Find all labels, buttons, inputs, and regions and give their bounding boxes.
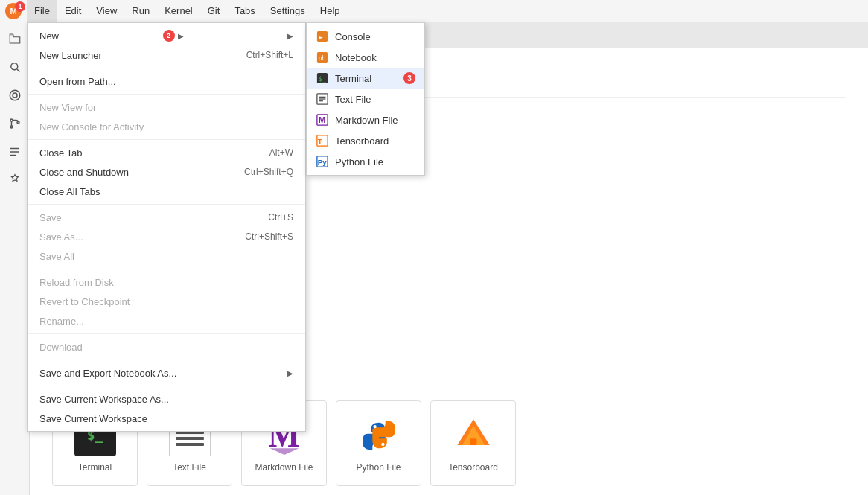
submenu-terminal[interactable]: $_ Terminal 3 (307, 68, 424, 89)
download-label: Download (39, 342, 83, 353)
submenu-markdown[interactable]: M Markdown File (307, 109, 424, 130)
svg-point-19 (10, 119, 13, 121)
menu-save-workspace-as[interactable]: Save Current Workspace As... (28, 389, 305, 409)
menu-close-shutdown[interactable]: Close and Shutdown Ctrl+Shift+Q (28, 162, 305, 182)
close-shutdown-shortcut: Ctrl+Shift+Q (244, 167, 293, 177)
save-as-shortcut: Ctrl+Shift+S (245, 231, 293, 242)
terminal-icon: $_ (316, 71, 329, 85)
sidebar-item-toc[interactable] (1, 138, 28, 165)
save-shortcut: Ctrl+S (268, 212, 293, 223)
save-workspace-as-label: Save Current Workspace As... (39, 394, 169, 405)
close-shutdown-label: Close and Shutdown (39, 167, 129, 178)
menu-help[interactable]: Help (313, 0, 348, 22)
svg-text:nb: nb (319, 55, 326, 62)
menu-new-launcher[interactable]: New Launcher Ctrl+Shift+L (28, 45, 305, 65)
submenu-console-label: Console (335, 31, 371, 42)
notebook-icon: nb (316, 51, 329, 64)
new-launcher-shortcut: Ctrl+Shift+L (246, 50, 293, 60)
svg-rect-30 (470, 438, 476, 445)
menu-close-all[interactable]: Close All Tabs (28, 182, 305, 201)
close-all-label: Close All Tabs (39, 186, 100, 197)
submenu-console[interactable]: ► Console (307, 26, 424, 47)
submenu-tensorboard-label: Tensorboard (335, 135, 389, 147)
python-file-card-icon (358, 415, 400, 456)
sidebar-item-filebrowser[interactable] (1, 25, 28, 52)
menu-revert: Revert to Checkpoint (28, 292, 305, 311)
console-icon: ► (316, 30, 329, 43)
terminal-card-label: Terminal (78, 462, 112, 473)
other-card-tensorboard[interactable]: Tensorboard (430, 400, 516, 486)
svg-text:$_: $_ (319, 75, 327, 83)
menu-open-path[interactable]: Open from Path... (28, 71, 305, 91)
tensorboard-card-icon (453, 415, 494, 456)
divider-8 (28, 386, 305, 386)
menu-new-view: New View for (28, 98, 305, 117)
export-label: Save and Export Notebook As... (39, 368, 176, 379)
textfile-icon (316, 92, 329, 106)
menu-edit[interactable]: Edit (57, 0, 89, 22)
logo-badge: 1 (15, 1, 25, 12)
menu-new[interactable]: New 2 ▶ (28, 26, 305, 45)
menu-settings[interactable]: Settings (263, 0, 313, 22)
submenu-tensorboard[interactable]: T Tensorboard (307, 130, 424, 151)
submenu-textfile-label: Text File (335, 94, 371, 105)
submenu-python[interactable]: Py Python File (307, 151, 424, 172)
menu-file[interactable]: File (27, 0, 57, 22)
menu-export-notebook[interactable]: Save and Export Notebook As... (28, 363, 305, 383)
svg-text:Py: Py (318, 158, 328, 166)
menu-close-tab[interactable]: Close Tab Alt+W (28, 143, 305, 162)
menu-new-console: New Console for Activity (28, 117, 305, 136)
file-dropdown: New 2 ▶ New Launcher Ctrl+Shift+L Open f… (27, 22, 306, 432)
markdown-card-label: Markdown File (255, 462, 313, 473)
new-submenu: ► Console nb Notebook $_ Terminal 3 (306, 22, 425, 176)
menu-save-workspace[interactable]: Save Current Workspace (28, 409, 305, 428)
submenu-markdown-label: Markdown File (335, 115, 398, 126)
tensorboard-submenu-icon: T (316, 134, 329, 147)
svg-text:►: ► (319, 33, 324, 41)
app-logo: M 1 (0, 0, 27, 22)
menu-reload: Reload from Disk (28, 272, 305, 292)
sidebar-item-extensions[interactable] (1, 167, 28, 194)
submenu-notebook-label: Notebook (335, 52, 377, 63)
sidebar (0, 22, 30, 495)
svg-point-27 (381, 442, 384, 445)
svg-point-18 (13, 93, 17, 98)
svg-point-16 (10, 63, 17, 70)
divider-3 (28, 139, 305, 140)
menu-tabs[interactable]: Tabs (227, 0, 262, 22)
divider-7 (28, 360, 305, 360)
python-submenu-icon: Py (316, 155, 329, 168)
menu-save: Save Ctrl+S (28, 208, 305, 227)
close-tab-shortcut: Alt+W (269, 147, 293, 158)
menu-save-as: Save As... Ctrl+Shift+S (28, 227, 305, 246)
divider-2 (28, 94, 305, 95)
submenu-terminal-label: Terminal (335, 73, 371, 84)
submenu-python-label: Python File (335, 156, 383, 167)
menu-new-label: New (39, 31, 59, 42)
divider-5 (28, 269, 305, 269)
divider-6 (28, 333, 305, 334)
reload-label: Reload from Disk (39, 277, 114, 288)
new-console-label: New Console for Activity (39, 121, 144, 132)
menu-save-all: Save All (28, 246, 305, 266)
sidebar-item-search[interactable] (1, 54, 28, 80)
submenu-notebook[interactable]: nb Notebook (307, 47, 424, 68)
menu-git[interactable]: Git (200, 0, 228, 22)
new-view-label: New View for (39, 102, 96, 113)
menu-kernel[interactable]: Kernel (157, 0, 200, 22)
menu-bar: M 1 File Edit View Run Kernel Git Tabs S… (0, 0, 868, 22)
menu-run[interactable]: Run (124, 0, 157, 22)
divider-1 (28, 68, 305, 68)
divider-4 (28, 204, 305, 205)
sidebar-item-git[interactable] (1, 110, 28, 137)
python-file-card-label: Python File (356, 462, 401, 473)
svg-point-26 (373, 424, 376, 427)
submenu-textfile[interactable]: Text File (307, 89, 424, 109)
save-all-label: Save All (39, 251, 74, 262)
menu-view[interactable]: View (89, 0, 124, 22)
terminal-badge: 3 (403, 72, 415, 84)
other-card-python[interactable]: Python File (336, 400, 421, 486)
sidebar-item-running[interactable] (1, 82, 28, 109)
svg-point-20 (10, 126, 13, 128)
svg-point-17 (10, 90, 20, 100)
